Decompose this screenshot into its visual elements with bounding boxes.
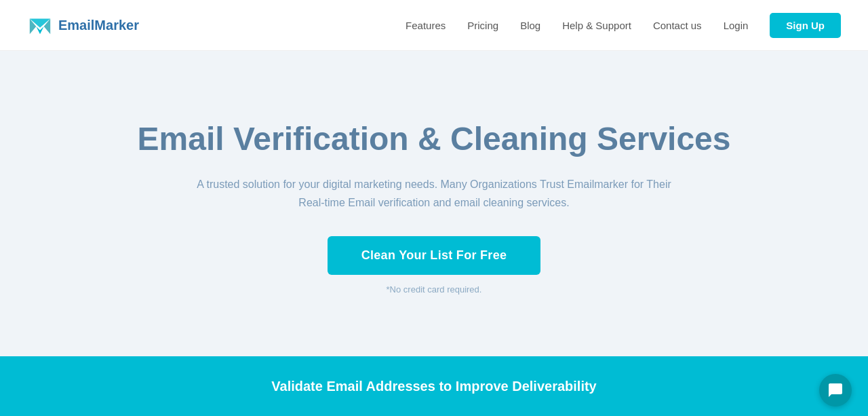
hero-title: Email Verification & Cleaning Services [137, 119, 730, 159]
bottom-banner-text: Validate Email Addresses to Improve Deli… [271, 379, 596, 394]
nav-features[interactable]: Features [406, 20, 446, 31]
no-credit-card-text: *No credit card required. [387, 284, 482, 295]
bottom-banner: Validate Email Addresses to Improve Deli… [0, 356, 868, 416]
header: EmailMarker Features Pricing Blog Help &… [0, 0, 868, 51]
nav-blog[interactable]: Blog [520, 20, 540, 31]
nav: Features Pricing Blog Help & Support Con… [406, 13, 841, 38]
nav-pricing[interactable]: Pricing [467, 20, 498, 31]
login-button[interactable]: Login [724, 20, 749, 31]
hero-section: Email Verification & Cleaning Services A… [0, 51, 868, 356]
signup-button[interactable]: Sign Up [770, 13, 841, 38]
chat-icon [827, 382, 844, 398]
logo-text: EmailMarker [58, 18, 139, 33]
logo-icon [27, 12, 53, 38]
hero-subtitle: A trusted solution for your digital mark… [197, 175, 671, 212]
cta-button[interactable]: Clean Your List For Free [328, 236, 541, 275]
nav-contact-us[interactable]: Contact us [653, 20, 702, 31]
chat-bubble-button[interactable] [819, 374, 852, 406]
nav-help-support[interactable]: Help & Support [562, 20, 631, 31]
logo[interactable]: EmailMarker [27, 12, 139, 38]
